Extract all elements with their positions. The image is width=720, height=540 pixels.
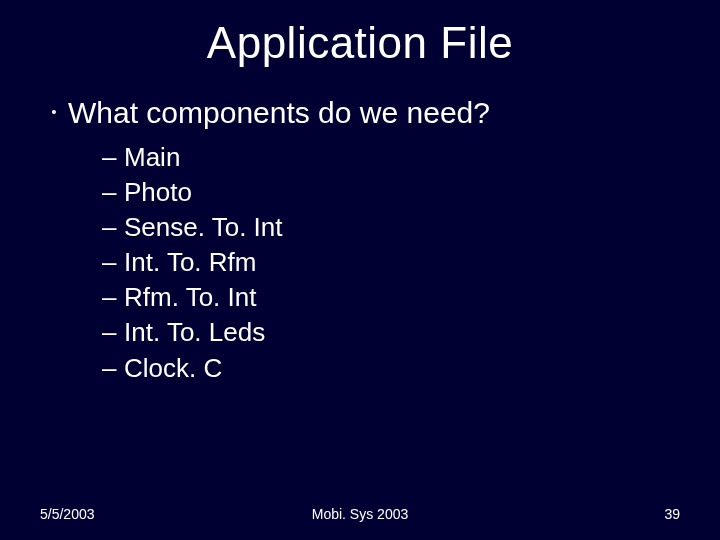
component-list: –Main –Photo –Sense. To. Int –Int. To. R… [102, 140, 680, 386]
list-item: –Sense. To. Int [102, 210, 680, 245]
list-item-text: Photo [124, 177, 192, 207]
list-item: –Photo [102, 175, 680, 210]
list-item-text: Main [124, 142, 180, 172]
list-item-text: Clock. C [124, 353, 222, 383]
dash-icon: – [102, 315, 124, 350]
slide: Application File •What components do we … [0, 0, 720, 540]
slide-title: Application File [40, 18, 680, 68]
list-item: –Int. To. Leds [102, 315, 680, 350]
list-item-text: Int. To. Leds [124, 317, 265, 347]
list-item: –Clock. C [102, 351, 680, 386]
footer-venue: Mobi. Sys 2003 [0, 506, 720, 522]
list-item-text: Rfm. To. Int [124, 282, 256, 312]
list-item-text: Sense. To. Int [124, 212, 283, 242]
bullet-dot-icon: • [40, 104, 68, 120]
dash-icon: – [102, 210, 124, 245]
footer-page-number: 39 [664, 506, 680, 522]
bullet-question-text: What components do we need? [68, 96, 490, 129]
dash-icon: – [102, 140, 124, 175]
dash-icon: – [102, 280, 124, 315]
list-item: –Int. To. Rfm [102, 245, 680, 280]
dash-icon: – [102, 175, 124, 210]
dash-icon: – [102, 245, 124, 280]
list-item-text: Int. To. Rfm [124, 247, 256, 277]
dash-icon: – [102, 351, 124, 386]
list-item: –Main [102, 140, 680, 175]
list-item: –Rfm. To. Int [102, 280, 680, 315]
bullet-question: •What components do we need? [40, 96, 680, 130]
